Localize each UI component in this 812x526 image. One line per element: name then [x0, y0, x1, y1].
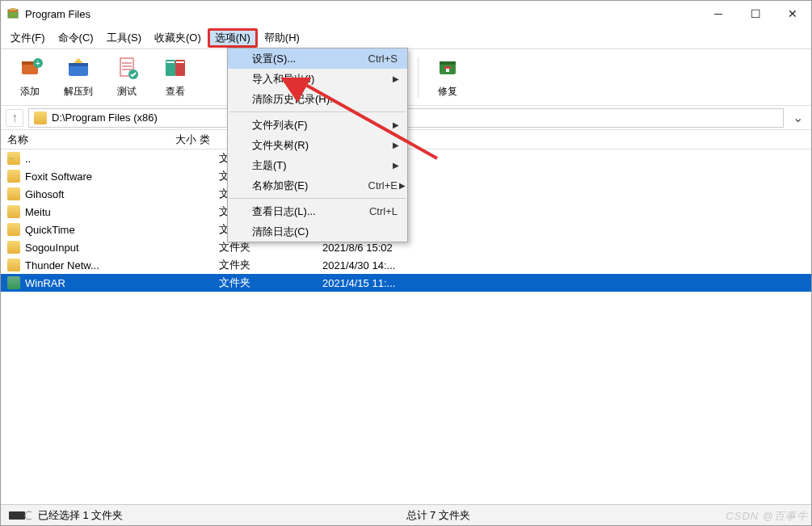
menu-folder-tree[interactable]: 文件夹树(R) ▶ — [228, 135, 407, 155]
menu-file[interactable]: 文件(F) — [4, 28, 52, 48]
svg-rect-15 — [176, 61, 184, 63]
test-icon — [113, 54, 141, 82]
menu-separator — [229, 112, 406, 112]
path-text: D:\Program Files (x86) — [52, 112, 158, 124]
menu-import-export[interactable]: 导入和导出(I) ▶ — [228, 69, 407, 89]
submenu-arrow-icon: ▶ — [393, 141, 399, 149]
menu-name-encrypt[interactable]: 名称加密(E) Ctrl+E ▶ — [228, 175, 407, 196]
svg-rect-18 — [444, 66, 451, 69]
titlebar: Program Files ─ ☐ ✕ — [1, 1, 811, 27]
folder-icon — [7, 187, 20, 200]
svg-point-21 — [25, 511, 32, 520]
svg-rect-20 — [9, 511, 25, 520]
toolbar-repair-label: 修复 — [438, 85, 457, 99]
view-icon — [162, 54, 189, 82]
app-icon — [6, 6, 20, 21]
repair-icon — [434, 54, 461, 82]
svg-rect-2 — [11, 8, 15, 11]
statusbar: 已经选择 1 文件夹 总计 7 文件夹 — [1, 504, 811, 525]
file-date: 2021/4/30 14:... — [322, 259, 444, 271]
svg-text:+: + — [36, 59, 40, 68]
file-date: 2021/4/15 11:... — [322, 277, 444, 289]
column-name[interactable]: 名称 — [7, 133, 161, 147]
close-button[interactable]: ✕ — [774, 1, 811, 27]
file-name: QuickTime — [25, 224, 187, 236]
menu-options[interactable]: 选项(N) — [208, 28, 258, 48]
toolbar-test-button[interactable]: 测试 — [104, 53, 149, 102]
file-name: Foxit Software — [25, 170, 187, 183]
app-window: Program Files ─ ☐ ✕ 文件(F) 命令(C) 工具(S) 收藏… — [0, 0, 812, 526]
menu-clear-log[interactable]: 清除日志(C) — [228, 221, 407, 242]
menu-command[interactable]: 命令(C) — [52, 28, 100, 48]
maximize-button[interactable]: ☐ — [737, 1, 774, 27]
add-icon: + — [16, 54, 44, 82]
file-name: Gihosoft — [25, 188, 187, 200]
watermark: CSDN @百事牛 — [726, 509, 808, 524]
submenu-arrow-icon: ▶ — [399, 181, 406, 190]
folder-icon — [7, 152, 20, 165]
folder-icon — [7, 276, 20, 289]
svg-rect-14 — [166, 61, 175, 63]
toolbar-test-label: 测试 — [117, 85, 137, 99]
column-size[interactable]: 大小 — [161, 133, 200, 147]
toolbar-separator — [418, 57, 419, 98]
folder-icon — [7, 205, 20, 218]
menu-favorites[interactable]: 收藏夹(O) — [148, 28, 208, 48]
svg-marker-9 — [74, 58, 83, 63]
folder-icon — [7, 241, 20, 254]
file-row[interactable]: WinRAR文件夹2021/4/15 11:... — [1, 274, 811, 292]
file-name: .. — [25, 153, 187, 165]
file-row[interactable]: Thunder Netw...文件夹2021/4/30 14:... — [1, 256, 811, 274]
address-dropdown-button[interactable]: ⌄ — [789, 110, 806, 125]
menu-settings[interactable]: 设置(S)... Ctrl+S — [228, 48, 407, 69]
submenu-arrow-icon: ▶ — [393, 74, 399, 83]
up-button[interactable]: ↑ — [6, 109, 23, 127]
folder-icon — [34, 112, 47, 124]
menu-tools[interactable]: 工具(S) — [100, 28, 148, 48]
submenu-arrow-icon: ▶ — [393, 161, 399, 170]
file-name: Thunder Netw... — [25, 259, 187, 271]
menu-help[interactable]: 帮助(H) — [258, 28, 306, 48]
folder-icon — [7, 223, 20, 236]
menubar: 文件(F) 命令(C) 工具(S) 收藏夹(O) 选项(N) 帮助(H) — [1, 27, 811, 49]
svg-rect-8 — [69, 63, 88, 66]
status-total: 总计 7 文件夹 — [406, 508, 470, 523]
file-type: 文件夹 — [219, 258, 322, 272]
file-name: Meitu — [25, 206, 187, 218]
minimize-button[interactable]: ─ — [700, 1, 737, 27]
status-left: 已经选择 1 文件夹 — [9, 508, 123, 523]
window-title: Program Files — [25, 8, 90, 20]
folder-icon — [7, 170, 20, 183]
folder-icon — [7, 259, 20, 271]
menu-view-log[interactable]: 查看日志(L)... Ctrl+L — [228, 201, 407, 221]
toolbar-add-button[interactable]: + 添加 — [7, 53, 53, 102]
file-name: WinRAR — [25, 277, 187, 289]
toolbar-repair-button[interactable]: 修复 — [425, 53, 470, 102]
toolbar-view-button[interactable]: 查看 — [153, 53, 198, 102]
file-date: 2021/8/6 15:02 — [322, 242, 444, 254]
toolbar-extract-button[interactable]: 解压到 — [56, 53, 101, 102]
options-dropdown: 设置(S)... Ctrl+S 导入和导出(I) ▶ 清除历史记录(H)... … — [227, 48, 408, 242]
window-controls: ─ ☐ ✕ — [700, 1, 811, 27]
menu-file-list[interactable]: 文件列表(F) ▶ — [228, 115, 407, 135]
status-selection: 已经选择 1 文件夹 — [38, 508, 123, 523]
menu-theme[interactable]: 主题(T) ▶ — [228, 155, 407, 175]
menu-separator — [229, 198, 406, 199]
file-name: SogouInput — [25, 242, 187, 254]
toolbar-add-label: 添加 — [20, 85, 40, 99]
submenu-arrow-icon: ▶ — [393, 120, 399, 129]
menu-clear-history[interactable]: 清除历史记录(H)... — [228, 89, 407, 109]
toolbar-extract-label: 解压到 — [64, 85, 93, 99]
svg-rect-17 — [440, 61, 456, 65]
toolbar-view-label: 查看 — [166, 85, 185, 99]
file-type: 文件夹 — [219, 276, 322, 290]
drive-icon — [9, 510, 32, 521]
extract-icon — [65, 54, 92, 82]
svg-rect-19 — [446, 69, 449, 72]
